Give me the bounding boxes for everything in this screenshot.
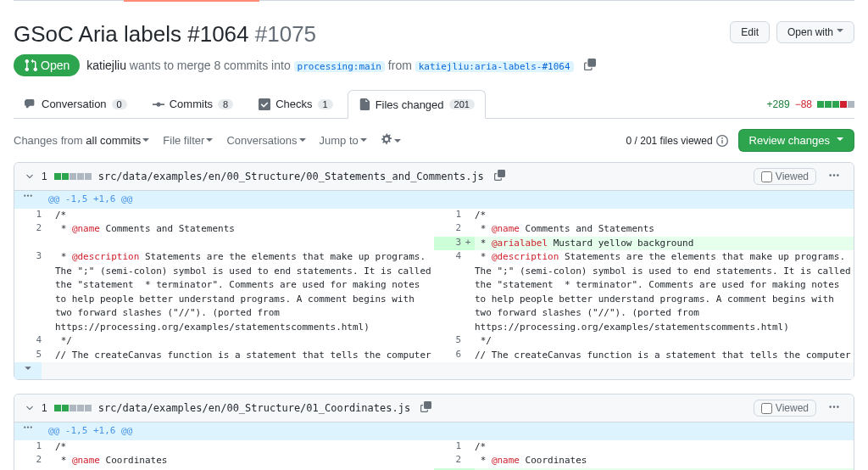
chevron-down-icon (837, 29, 843, 36)
viewed-progress: 0 / 201 files viewed (626, 135, 728, 147)
tab-conversation-count: 0 (112, 99, 127, 109)
pr-number: #1075 (255, 21, 316, 47)
state-badge-text: Open (41, 59, 70, 72)
tab-conversation-label: Conversation (42, 98, 107, 110)
copy-icon[interactable] (417, 401, 435, 415)
tab-commits-count: 8 (218, 99, 233, 109)
expand-down-icon[interactable] (14, 362, 42, 379)
open-with-button[interactable]: Open with (776, 21, 854, 43)
tab-conversation[interactable]: Conversation 0 (14, 90, 138, 118)
file-path[interactable]: src/data/examples/en/00_Structure/00_Sta… (98, 171, 484, 182)
state-badge: Open (14, 54, 80, 76)
jump-to-dropdown[interactable]: Jump to (320, 134, 367, 147)
pr-title-text: GSoC Aria labels #1064 (14, 21, 249, 47)
file-block: 1 src/data/examples/en/00_Structure/00_S… (14, 162, 854, 380)
copy-icon[interactable] (491, 170, 509, 183)
diff-row: 2 * @name Comments and Statements2 * @na… (14, 222, 854, 237)
diff-deletions: −88 (795, 98, 812, 110)
diff-additions: +289 (767, 98, 790, 110)
expand-icon[interactable] (14, 191, 42, 209)
info-icon[interactable] (716, 135, 728, 147)
author-link[interactable]: katiejliu (86, 59, 126, 72)
diff-blocks (54, 173, 92, 180)
changes-from-dropdown[interactable]: Changes from all commits (14, 134, 149, 147)
diff-row: 3 * @description Statements are the elem… (14, 250, 854, 334)
open-with-label: Open with (787, 26, 833, 38)
head-branch[interactable]: katiejliu:aria-labels-#1064 (415, 61, 574, 72)
tab-files[interactable]: Files changed 201 (348, 90, 486, 119)
diff-settings-dropdown[interactable] (381, 133, 401, 148)
file-block: 1 src/data/examples/en/00_Structure/01_C… (14, 394, 854, 470)
hunk-header: @@ -1,5 +1,6 @@ (14, 422, 854, 440)
copy-icon[interactable] (581, 59, 599, 73)
diff-row: 1/*1/* (14, 209, 854, 223)
tab-checks[interactable]: Checks 1 (248, 90, 343, 118)
diff-stats: +289 −88 (767, 98, 854, 110)
file-diff-count: 1 (42, 402, 47, 414)
fold-icon[interactable] (25, 403, 35, 413)
review-changes-button[interactable]: Review changes (738, 129, 854, 152)
kebab-icon[interactable] (825, 401, 843, 416)
tab-files-count: 201 (449, 99, 475, 109)
tab-checks-label: Checks (275, 98, 312, 110)
fold-icon[interactable] (25, 171, 35, 182)
git-pull-request-icon (24, 59, 37, 72)
diff-row: 1/*1/* (14, 440, 854, 455)
expand-icon[interactable] (14, 422, 42, 440)
diff-blocks (54, 405, 92, 411)
diff-row: 4 */5 */ (14, 334, 854, 349)
hunk-header: @@ -1,5 +1,6 @@ (14, 191, 854, 209)
diff-blocks (817, 101, 854, 108)
file-filter-dropdown[interactable]: File filter (163, 134, 213, 147)
viewed-checkbox[interactable]: Viewed (754, 400, 816, 417)
kebab-icon[interactable] (825, 170, 843, 184)
tab-files-label: Files changed (376, 98, 444, 111)
diff-row: 2 * @name Coordinates2 * @name Coordinat… (14, 454, 854, 468)
file-path[interactable]: src/data/examples/en/00_Structure/01_Coo… (98, 402, 410, 414)
pr-title: GSoC Aria labels #1064 #1075 (14, 21, 316, 48)
diff-row: 5// The createCanvas function is a state… (14, 349, 854, 363)
edit-button[interactable]: Edit (730, 21, 770, 43)
diff-row: 3+ * @arialabel Mustard yellow backgroun… (14, 237, 854, 251)
base-branch[interactable]: processing:main (294, 61, 385, 72)
tab-checks-count: 1 (318, 99, 333, 109)
chevron-down-icon (837, 137, 843, 144)
conversations-dropdown[interactable]: Conversations (226, 134, 305, 147)
gear-icon (381, 133, 392, 145)
viewed-checkbox[interactable]: Viewed (754, 168, 816, 185)
merge-info: katiejliu wants to merge 8 commits into … (86, 59, 573, 72)
file-diff-count: 1 (42, 171, 47, 182)
tab-commits[interactable]: Commits 8 (142, 90, 244, 118)
tab-commits-label: Commits (170, 98, 213, 110)
